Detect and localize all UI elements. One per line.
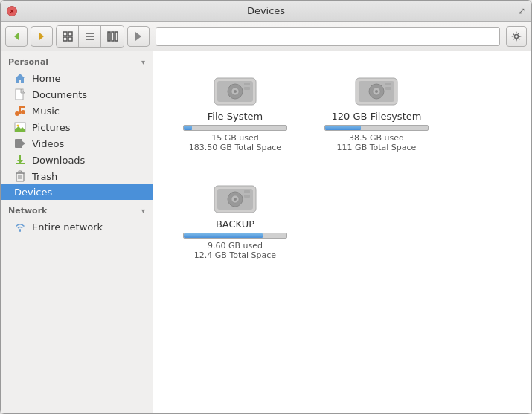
- view-grid-button[interactable]: [57, 26, 79, 47]
- svg-rect-2: [63, 32, 67, 36]
- svg-rect-48: [385, 83, 391, 85]
- location-toggle-button[interactable]: [127, 26, 150, 47]
- svg-rect-10: [112, 32, 114, 41]
- svg-rect-56: [244, 195, 250, 198]
- svg-rect-55: [244, 190, 250, 193]
- devices-row-2: BACKUP 9.60 GB used 12.4 GB Total Space: [161, 166, 524, 274]
- svg-rect-4: [63, 37, 67, 41]
- personal-chevron-icon: ▾: [141, 58, 145, 66]
- gear-button[interactable]: [506, 26, 527, 47]
- sidebar-item-entire-network[interactable]: Entire network: [1, 219, 153, 235]
- pictures-icon: [14, 121, 26, 133]
- titlebar: × Devices ⤢: [1, 1, 531, 22]
- sidebar-item-home[interactable]: Home: [1, 70, 153, 86]
- filesystem120-progress-fill: [325, 126, 361, 130]
- window: × Devices ⤢: [0, 0, 532, 414]
- network-chevron-icon: ▾: [141, 207, 145, 215]
- sidebar-personal-header: Personal ▾: [1, 51, 153, 70]
- view-list-button[interactable]: [79, 26, 101, 47]
- svg-rect-42: [244, 87, 250, 90]
- svg-rect-9: [108, 32, 110, 41]
- sidebar-documents-label: Documents: [32, 89, 87, 100]
- titlebar-controls: ×: [7, 6, 17, 16]
- devices-row-1: File System 15 GB used 183.50 GB Total S…: [161, 59, 524, 166]
- sidebar: Personal ▾ Home Documents: [1, 51, 153, 413]
- svg-rect-3: [68, 32, 72, 36]
- forward-button[interactable]: [31, 26, 53, 47]
- filesystem-progress-fill: [184, 126, 192, 130]
- trash-icon: [14, 170, 26, 182]
- svg-rect-31: [19, 171, 22, 172]
- resize-button[interactable]: ⤢: [518, 6, 525, 16]
- videos-icon: [14, 138, 26, 149]
- sidebar-pictures-label: Pictures: [32, 122, 70, 133]
- toolbar: [1, 22, 531, 51]
- backup-progress-fill: [184, 233, 263, 238]
- svg-rect-41: [244, 83, 250, 85]
- sidebar-personal-label: Personal: [8, 57, 48, 67]
- address-bar[interactable]: [156, 27, 500, 46]
- sidebar-downloads-label: Downloads: [32, 155, 85, 166]
- view-columns-button[interactable]: [101, 26, 124, 47]
- svg-marker-0: [14, 33, 19, 40]
- filesystem120-name: 120 GB Filesystem: [332, 111, 422, 122]
- svg-point-18: [21, 110, 25, 114]
- sidebar-item-videos[interactable]: Videos: [1, 135, 153, 152]
- sidebar-item-downloads[interactable]: Downloads: [1, 152, 153, 168]
- backup-used: 9.60 GB used: [208, 241, 263, 250]
- downloads-icon: [14, 154, 26, 166]
- svg-point-13: [515, 34, 519, 38]
- svg-rect-49: [385, 87, 391, 90]
- main-area: Personal ▾ Home Documents: [1, 51, 531, 413]
- svg-point-35: [19, 230, 21, 231]
- svg-point-17: [15, 111, 19, 116]
- filesystem-name: File System: [208, 111, 263, 122]
- sidebar-music-label: Music: [32, 106, 60, 117]
- svg-point-47: [375, 90, 378, 93]
- sidebar-home-label: Home: [32, 73, 60, 84]
- close-button[interactable]: ×: [7, 6, 17, 16]
- sidebar-network-label: Network: [8, 206, 47, 216]
- device-filesystem[interactable]: File System 15 GB used 183.50 GB Total S…: [168, 66, 302, 158]
- backup-name: BACKUP: [216, 219, 254, 230]
- svg-point-40: [234, 90, 237, 93]
- sidebar-devices-label: Devices: [14, 187, 52, 198]
- documents-icon: [14, 88, 26, 100]
- sidebar-trash-label: Trash: [32, 171, 57, 182]
- svg-point-54: [234, 198, 237, 201]
- sidebar-item-documents[interactable]: Documents: [1, 86, 153, 103]
- sidebar-entire-network-label: Entire network: [32, 221, 103, 233]
- device-backup[interactable]: BACKUP 9.60 GB used 12.4 GB Total Space: [168, 174, 302, 266]
- filesystem120-icon: [353, 72, 400, 111]
- content-area: File System 15 GB used 183.50 GB Total S…: [153, 51, 531, 413]
- svg-rect-20: [19, 106, 25, 108]
- svg-marker-12: [135, 32, 141, 41]
- filesystem-total: 183.50 GB Total Space: [189, 143, 281, 152]
- filesystem-icon: [211, 72, 259, 111]
- backup-icon: [211, 180, 259, 219]
- sidebar-item-devices[interactable]: Devices: [1, 184, 153, 200]
- svg-rect-11: [115, 32, 118, 41]
- device-filesystem120[interactable]: 120 GB Filesystem 38.5 GB used 111 GB To…: [310, 66, 443, 158]
- sidebar-item-music[interactable]: Music: [1, 103, 153, 119]
- sidebar-videos-label: Videos: [32, 138, 64, 149]
- svg-rect-24: [15, 139, 22, 148]
- wifi-icon: [14, 221, 26, 233]
- svg-rect-5: [68, 37, 72, 41]
- svg-marker-25: [22, 141, 25, 146]
- window-title: Devices: [247, 5, 285, 16]
- svg-marker-14: [16, 74, 25, 83]
- sidebar-item-pictures[interactable]: Pictures: [1, 119, 153, 135]
- view-toggle-group: [56, 25, 124, 48]
- filesystem120-used: 38.5 GB used: [349, 133, 404, 143]
- filesystem120-progress-bar: [324, 125, 429, 131]
- back-button[interactable]: [5, 26, 28, 47]
- home-icon: [14, 72, 26, 84]
- backup-total: 12.4 GB Total Space: [194, 250, 276, 260]
- sidebar-network-header: Network ▾: [1, 200, 153, 219]
- filesystem-progress-bar: [183, 125, 287, 131]
- filesystem-used: 15 GB used: [211, 133, 259, 143]
- music-icon: [14, 105, 26, 117]
- sidebar-item-trash[interactable]: Trash: [1, 168, 153, 184]
- backup-progress-bar: [183, 233, 287, 239]
